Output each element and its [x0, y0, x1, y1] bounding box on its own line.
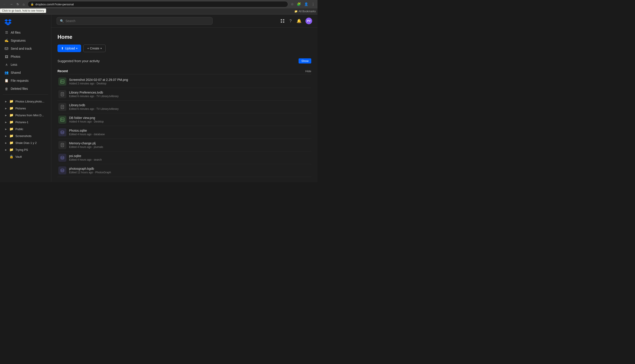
file-icon	[58, 141, 66, 149]
profile-button[interactable]: 👤	[303, 1, 309, 7]
back-button[interactable]: ←	[2, 2, 8, 7]
file-meta: Added 4 hours ago · Desktop	[69, 120, 301, 123]
home-button[interactable]: ⌂	[22, 2, 26, 7]
file-list: Screenshot 2024-02-07 at 2.29.07 PM.png …	[58, 75, 311, 177]
lock-icon: 🔒	[30, 3, 34, 6]
avatar[interactable]: PV	[306, 18, 312, 24]
table-row[interactable]: photosgraph.kgdb Edited 12 hours ago · P…	[58, 164, 311, 177]
recent-title: Recent	[58, 69, 68, 73]
forward-button[interactable]: →	[8, 2, 14, 7]
folder-item-trying-ps[interactable]: ▶ 📁 Trying PS	[2, 146, 49, 153]
less-icon: ∧	[4, 62, 8, 66]
expand-icon: ▶	[4, 107, 8, 110]
file-requests-icon: 📋	[4, 79, 8, 83]
page-content: Home ⬆ Upload ▾ + Create ▾ Suggested fro…	[51, 28, 318, 182]
svg-point-10	[61, 118, 62, 120]
hide-button[interactable]: Hide	[305, 70, 311, 73]
shared-icon: 👥	[4, 70, 8, 75]
folder-icon: 🔒	[9, 154, 14, 158]
folder-icon: 📁	[9, 134, 14, 138]
sidebar-item-less[interactable]: ∧ Less	[2, 61, 49, 68]
file-meta: Edited 4 hours ago · database	[69, 133, 301, 136]
sidebar-item-send-and-track[interactable]: Send and track	[2, 45, 49, 52]
all-bookmarks[interactable]: 📁 All Bookmarks	[294, 10, 316, 13]
folder-label: Pictures	[15, 107, 26, 110]
sidebar-item-deleted-files[interactable]: 🗑 Deleted files	[2, 85, 49, 92]
sidebar-item-file-requests[interactable]: 📋 File requests	[2, 77, 49, 84]
file-info: DB folder view.png Added 4 hours ago · D…	[69, 116, 301, 123]
search-icon: 🔍	[60, 19, 64, 23]
file-icon	[58, 166, 66, 174]
folder-item-screenshots[interactable]: ▶ 📁 Screenshots	[2, 132, 49, 139]
table-row[interactable]: DB folder view.png Added 4 hours ago · D…	[58, 114, 311, 126]
all-files-icon: ☰	[4, 30, 8, 34]
folder-icon: 📁	[9, 113, 14, 117]
sidebar-item-photos[interactable]: 🖼 Photos	[2, 53, 49, 60]
folder-section: ▶ 📁 Photos Library.photo... ▶ 📁 Pictures…	[0, 96, 51, 162]
photos-icon: 🖼	[4, 54, 8, 58]
sidebar-item-label: File requests	[11, 79, 28, 82]
grid-apps-button[interactable]	[280, 18, 286, 24]
search-bar[interactable]: 🔍	[56, 17, 212, 25]
sidebar-item-label: Shared	[11, 71, 21, 74]
svg-point-14	[61, 169, 64, 170]
folder-label: Shale Días 1 y 2	[15, 141, 36, 144]
sidebar-nav: ☰ All files ✍ Signatures Send and track …	[0, 29, 51, 92]
folder-item-pictures-mini[interactable]: ▶ 📁 Pictures from Mini D...	[2, 112, 49, 118]
sidebar-item-all-files[interactable]: ☰ All files	[2, 29, 49, 36]
search-input[interactable]	[66, 19, 209, 23]
file-icon	[58, 78, 66, 86]
create-button[interactable]: + Create ▾	[83, 44, 106, 52]
main-content: 🔍 ? 🔔 PV Home	[51, 14, 318, 182]
file-name: Memory-change.plj	[69, 142, 301, 145]
help-button[interactable]: ?	[288, 18, 292, 24]
address-bar[interactable]: 🔒	[28, 1, 288, 7]
sidebar-logo	[0, 14, 51, 29]
folder-item-photos-library[interactable]: ▶ 📁 Photos Library.photo...	[2, 98, 49, 105]
sidebar-item-label: Signatures	[11, 39, 26, 42]
folder-item-pictures-1[interactable]: ▶ 📁 Pictures-1	[2, 119, 49, 126]
bookmark-icon: 📁	[294, 10, 298, 13]
table-row[interactable]: Photos.sqlite Edited 4 hours ago · datab…	[58, 126, 311, 139]
folder-item-pictures[interactable]: ▶ 📁 Pictures	[2, 105, 49, 112]
folder-item-shale-dias[interactable]: ▶ 📁 Shale Días 1 y 2	[2, 140, 49, 146]
expand-icon: ▶	[4, 148, 8, 151]
table-row[interactable]: psi.sqlite Edited 4 hours ago · search ·…	[58, 152, 311, 164]
folder-icon: 📁	[9, 127, 14, 131]
sidebar-item-shared[interactable]: 👥 Shared	[2, 69, 49, 76]
show-button[interactable]: Show	[298, 58, 311, 64]
page-title: Home	[58, 34, 311, 40]
create-label: + Create	[87, 46, 99, 50]
folder-label: Photos Library.photo...	[15, 100, 44, 103]
sidebar-item-label: Less	[11, 63, 18, 66]
sidebar-item-label: All files	[11, 31, 20, 34]
file-meta: Edited 6 minutes ago · TV Library.tvlibr…	[69, 107, 301, 110]
file-name: psi.sqlite	[69, 154, 301, 158]
file-name: Screenshot 2024-02-07 at 2.29.07 PM.png	[69, 78, 301, 82]
url-input[interactable]	[35, 3, 285, 6]
header: 🔍 ? 🔔 PV	[51, 14, 318, 28]
star-button[interactable]: ☆	[290, 1, 294, 7]
sidebar-item-signatures[interactable]: ✍ Signatures	[2, 37, 49, 44]
folder-item-public[interactable]: ▶ 📁 Public	[2, 126, 49, 132]
table-row[interactable]: Memory-change.plj Edited 4 hours ago · j…	[58, 139, 311, 152]
upload-button[interactable]: ⬆ Upload ▾	[58, 44, 81, 52]
svg-rect-1	[281, 19, 282, 20]
table-row[interactable]: Library Preferences.tvdb Edited 6 minute…	[58, 88, 311, 101]
folder-label: Vault	[15, 155, 22, 158]
table-row[interactable]: Screenshot 2024-02-07 at 2.29.07 PM.png …	[58, 75, 311, 88]
file-name: photosgraph.kgdb	[69, 167, 301, 170]
browser-toolbar: ← → ↻ ⌂ 🔒 ☆ 🧩 👤 ⋮	[0, 0, 318, 8]
send-track-icon	[4, 46, 8, 50]
folder-icon: 📁	[9, 106, 14, 110]
sidebar: ☰ All files ✍ Signatures Send and track …	[0, 14, 51, 182]
settings-button[interactable]: ⋮	[310, 1, 316, 7]
folder-item-vault[interactable]: 🔒 Vault	[2, 153, 49, 160]
extension-button[interactable]: 🧩	[296, 1, 302, 7]
tooltip: Click to go back, hold to see history	[0, 8, 46, 13]
file-name: Photos.sqlite	[69, 129, 301, 132]
upload-chevron-icon: ▾	[76, 47, 78, 50]
reload-button[interactable]: ↻	[15, 2, 20, 7]
table-row[interactable]: Library.tvdb Edited 6 minutes ago · TV L…	[58, 101, 311, 114]
notifications-button[interactable]: 🔔	[296, 18, 302, 24]
